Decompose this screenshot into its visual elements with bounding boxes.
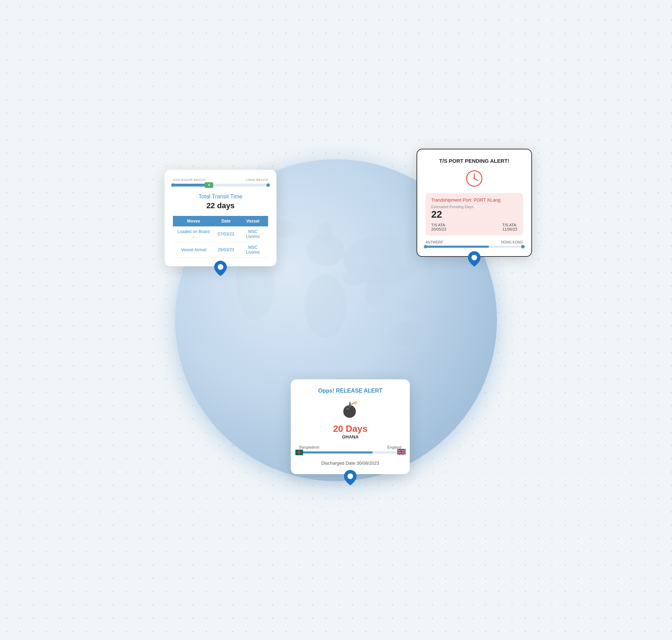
release-route-labels: Bangladesh England: [299, 445, 401, 449]
alert-route-labels: ANTWERP HONG KONG: [426, 240, 523, 244]
ts-port-alert-card: T/S PORT PENDING ALERT! Trandshipment Po…: [416, 149, 532, 257]
svg-point-16: [471, 255, 477, 260]
flag-dot-end: [397, 449, 406, 456]
col-date: Date: [214, 216, 238, 226]
svg-point-1: [304, 275, 346, 338]
ata-left-value: 20/05/23: [431, 227, 446, 231]
table-row: Loaded on Board ✓ 07/03/23 MSC Livorno: [173, 226, 268, 242]
destination-label: LONG BEACH: [246, 178, 268, 182]
alert-progress-fill: [426, 246, 489, 248]
alert-port-text: Trandshipment Port: PORT KLang: [431, 197, 517, 203]
transit-title: Total Transit Time: [173, 194, 268, 200]
svg-point-4: [388, 322, 424, 346]
svg-point-24: [348, 473, 353, 479]
move-1-date: 07/03/23: [214, 226, 238, 242]
map-pin-alert: [468, 251, 481, 267]
svg-point-8: [425, 257, 436, 278]
alert-pending-label: Estimated Pending Days: [431, 205, 517, 209]
ata-right-value: 11/06/23: [502, 227, 517, 231]
svg-point-6: [365, 278, 384, 306]
ata-right-label: T/S ATA:: [502, 223, 517, 227]
svg-point-11: [218, 264, 223, 270]
moves-table: Moves Date Vessel Loaded on Board ✓ 07/0…: [173, 216, 268, 258]
ata-left-label: T/S ATA:: [431, 223, 446, 227]
transit-time-card: COX BAZAR BEACH LONG BEACH Total Transit…: [164, 170, 276, 266]
uk-flag: [397, 449, 406, 455]
alert-origin-label: ANTWERP: [426, 240, 443, 244]
move-2-vessel: MSC Livorno: [238, 242, 268, 258]
move-2-name: Vessel Arrival: [173, 242, 214, 258]
alert-pending-days: 22: [431, 210, 517, 219]
release-alert-card: Opps! RELEASE ALERT 20 Days GHANA Bangla…: [291, 379, 410, 474]
alert-ata-right: T/S ATA: 11/06/23: [502, 223, 517, 231]
moves-table-header: Moves Date Vessel: [173, 216, 268, 226]
moves-table-body: Loaded on Board ✓ 07/03/23 MSC Livorno V…: [173, 226, 268, 258]
move-1-vessel: MSC Livorno: [238, 226, 268, 242]
svg-point-21: [355, 402, 356, 403]
bomb-icon: [341, 400, 360, 419]
alert-info-box: Trandshipment Port: PORT KLang Estimated…: [426, 193, 523, 235]
svg-point-10: [343, 270, 364, 286]
map-pin-release: [344, 470, 357, 485]
svg-point-15: [474, 178, 475, 179]
map-pin-transit: [214, 261, 227, 276]
col-vessel: Vessel: [238, 216, 268, 226]
alert-destination-label: HONG KONG: [501, 240, 523, 244]
svg-point-9: [318, 222, 332, 243]
progress-dot-start: [171, 183, 175, 187]
alert-dot-end: [521, 245, 525, 248]
globe-container: COX BAZAR BEACH LONG BEACH Total Transit…: [144, 128, 528, 513]
progress-dot-end: [266, 183, 270, 187]
progress-track: [173, 184, 268, 187]
svg-point-7: [401, 301, 418, 311]
alert-ata-left: T/S ATA: 20/05/23: [431, 223, 446, 231]
move-2-date: 29/03/23: [214, 242, 238, 258]
alert-title: T/S PORT PENDING ALERT!: [426, 158, 523, 164]
alert-progress-track: [426, 246, 523, 248]
svg-point-19: [349, 402, 351, 404]
release-title: Opps! RELEASE ALERT: [299, 388, 401, 394]
origin-label: COX BAZAR BEACH: [173, 178, 205, 182]
clock-icon: [465, 169, 483, 188]
svg-point-22: [346, 408, 349, 410]
release-progress-track: [299, 451, 401, 453]
progress-fill: [173, 184, 209, 187]
release-country: GHANA: [299, 434, 401, 439]
svg-rect-18: [349, 404, 351, 407]
release-days: 20 Days: [299, 423, 401, 434]
col-moves: Moves: [173, 216, 214, 226]
table-row: Vessel Arrival 29/03/23 MSC Livorno: [173, 242, 268, 258]
discharge-date: Discharged Date 30/08/2023: [299, 460, 401, 466]
alert-dot-start: [424, 245, 427, 248]
progress-current-position: [205, 182, 213, 188]
route-bar: COX BAZAR BEACH LONG BEACH: [173, 178, 268, 182]
flag-dot-start: [295, 450, 303, 455]
release-progress-fill: [299, 451, 373, 453]
transit-days: 22 days: [173, 201, 268, 210]
move-1-name: Loaded on Board ✓: [173, 226, 214, 242]
alert-route-bar: ANTWERP HONG KONG: [426, 240, 523, 248]
release-origin-label: Bangladesh: [299, 445, 320, 449]
bangladesh-flag: [295, 450, 303, 455]
alert-ata-row: T/S ATA: 20/05/23 T/S ATA: 11/06/23: [431, 223, 517, 231]
